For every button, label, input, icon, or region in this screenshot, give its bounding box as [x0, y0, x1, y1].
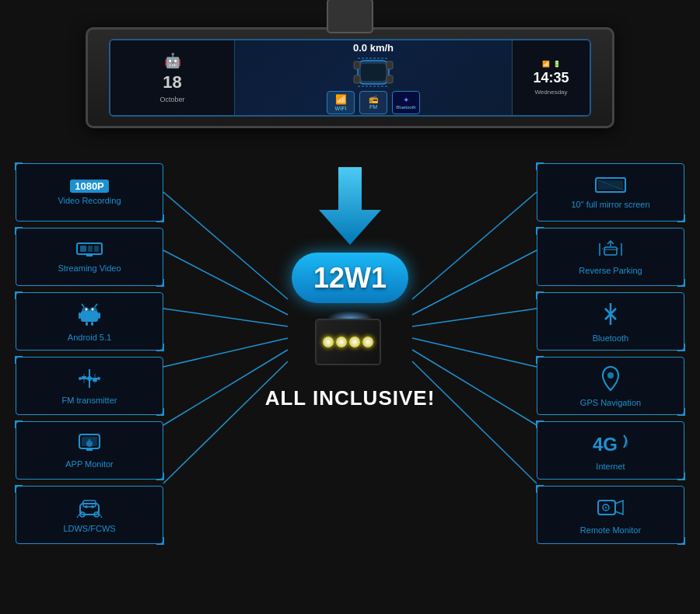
label-ldws: LDWS/FCWS	[63, 524, 115, 533]
fm-icon-box: 📻 FM	[359, 91, 387, 114]
svg-rect-68	[604, 247, 617, 255]
12w1-pill: 12W1	[292, 253, 408, 303]
svg-point-74	[607, 372, 614, 379]
infographic-section: 1080P Video Recording Streaming Video	[0, 155, 700, 614]
svg-rect-36	[91, 322, 93, 326]
svg-rect-45	[82, 376, 86, 379]
mirror-section: 🤖 18 October 0.0 km/h	[0, 0, 700, 155]
svg-rect-33	[79, 312, 81, 319]
svg-point-61	[91, 505, 94, 508]
all-inclusive-text: ALL INCLUSIVE!	[265, 386, 436, 410]
feature-fm: FM transmitter	[16, 357, 163, 415]
feature-gps: GPS Navigation	[537, 357, 684, 415]
feature-streaming: Streaming Video	[16, 228, 163, 286]
mirror-screen-icon	[595, 176, 626, 197]
svg-rect-22	[88, 246, 93, 252]
feature-video-recording: 1080P Video Recording	[16, 163, 163, 222]
car-top-view	[350, 57, 397, 88]
camera-led	[349, 337, 360, 347]
svg-point-41	[79, 377, 82, 380]
reverse-parking-icon	[596, 239, 625, 263]
big-blue-arrow	[319, 167, 381, 245]
svg-point-52	[86, 441, 93, 447]
app-monitor-icon	[77, 433, 102, 456]
bluetooth-icon	[600, 301, 621, 330]
label-mirror-screen: 10" full mirror screen	[571, 200, 649, 209]
android-robot-icon	[78, 302, 101, 330]
feature-4g: 4G Internet	[537, 421, 684, 480]
camera-led	[323, 337, 334, 347]
android-icon: 🤖	[164, 52, 181, 69]
gps-icon	[600, 365, 621, 395]
mirror-icons-row: 📶 WIFI 📻 FM ✦ Bluetooth	[327, 91, 420, 114]
rear-camera	[315, 319, 385, 377]
badge-1080p: 1080P	[70, 180, 109, 193]
center-column: 12W1 ALL INCLUSIVE!	[171, 163, 529, 410]
svg-line-31	[82, 304, 84, 307]
svg-point-29	[86, 308, 88, 310]
svg-marker-62	[319, 167, 381, 245]
svg-rect-4	[354, 75, 360, 83]
feature-remote: Remote Monitor	[537, 486, 684, 544]
4g-icon: 4G	[591, 431, 630, 459]
label-bluetooth: Bluetooth	[593, 333, 628, 343]
svg-rect-23	[94, 246, 99, 252]
svg-rect-47	[93, 379, 97, 382]
feature-ldws: LDWS/FCWS	[16, 486, 163, 544]
svg-rect-3	[387, 61, 393, 69]
speed-display: 0.0 km/h	[353, 42, 394, 54]
label-app: APP Monitor	[65, 459, 114, 469]
mirror-time: 14:35	[533, 70, 569, 86]
mirror-center-panel: 0.0 km/h	[235, 40, 512, 115]
mirror-body: 🤖 18 October 0.0 km/h	[86, 27, 614, 128]
label-streaming: Streaming Video	[58, 263, 121, 273]
svg-rect-5	[387, 75, 393, 83]
feature-bluetooth: Bluetooth	[537, 292, 684, 351]
svg-point-30	[92, 308, 94, 310]
camera-led	[336, 337, 347, 347]
label-internet: Internet	[596, 462, 625, 471]
label-reverse: Reverse Parking	[579, 266, 642, 275]
fm-transmitter-icon	[76, 368, 103, 392]
mirror-left-panel: 🤖 18 October	[110, 40, 235, 115]
svg-rect-34	[98, 312, 100, 319]
feature-reverse: Reverse Parking	[537, 228, 684, 286]
svg-rect-35	[86, 322, 88, 326]
bt-icon-box: ✦ Bluetooth	[392, 91, 420, 114]
svg-rect-21	[80, 246, 86, 252]
features-left: 1080P Video Recording Streaming Video	[16, 163, 171, 544]
label-android: Android 5.1	[68, 333, 111, 342]
mirror-status-icons: 📶🔋	[542, 61, 561, 68]
mirror-month: October	[159, 96, 184, 103]
wifi-icon-box: 📶 WIFI	[327, 91, 355, 114]
camera-body	[315, 319, 381, 365]
feature-mirror-screen: 10" full mirror screen	[537, 163, 684, 222]
features-right: 10" full mirror screen	[529, 163, 684, 544]
label-video-recording: Video Recording	[58, 196, 121, 205]
feature-app: APP Monitor	[16, 421, 163, 480]
mirror-date: 18	[163, 72, 181, 92]
svg-marker-77	[615, 501, 623, 515]
svg-point-79	[605, 506, 607, 508]
ldws-icon	[75, 497, 103, 521]
camera-led	[362, 337, 373, 347]
label-gps: GPS Navigation	[580, 398, 641, 407]
mirror-weekday: Wednesday	[534, 89, 567, 96]
svg-text:4G: 4G	[593, 434, 618, 455]
svg-rect-2	[354, 61, 360, 69]
streaming-icon	[75, 242, 103, 260]
mirror-mount	[327, 0, 373, 33]
svg-line-32	[95, 304, 97, 307]
mirror-screen: 🤖 18 October 0.0 km/h	[109, 39, 591, 117]
svg-rect-28	[81, 311, 98, 322]
label-fm: FM transmitter	[62, 396, 117, 405]
remote-monitor-icon	[597, 496, 625, 522]
svg-point-43	[97, 377, 100, 380]
svg-point-60	[85, 505, 88, 508]
svg-rect-1	[361, 64, 386, 81]
feature-android: Android 5.1	[16, 292, 163, 351]
mirror-right-panel: 📶🔋 14:35 Wednesday	[512, 40, 590, 115]
label-remote: Remote Monitor	[580, 525, 641, 535]
